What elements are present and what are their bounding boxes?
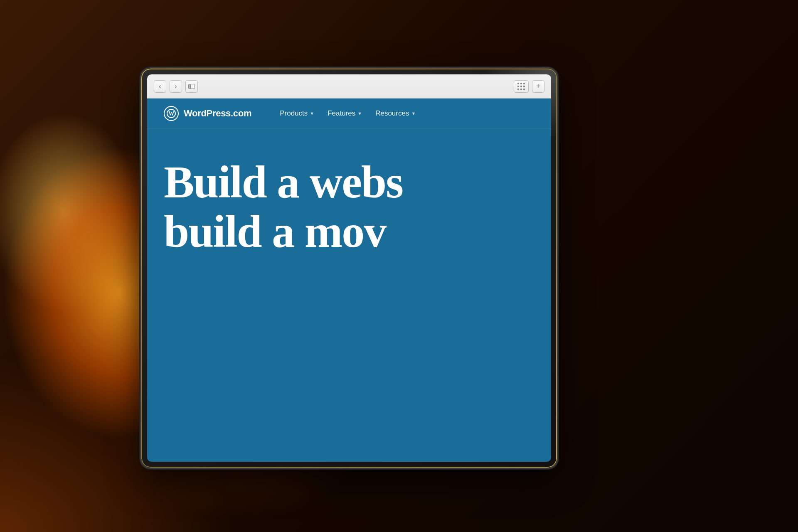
sidebar-icon bbox=[188, 84, 195, 89]
browser-back-button[interactable]: ‹ bbox=[154, 80, 166, 93]
screen-bezel: ‹ › bbox=[147, 74, 551, 462]
website-content: W WordPress.com Products ▼ Features ▼ bbox=[147, 99, 551, 462]
wp-navbar: W WordPress.com Products ▼ Features ▼ bbox=[147, 99, 551, 128]
wordpress-logo-icon: W bbox=[164, 106, 179, 121]
nav-products-label: Products bbox=[280, 109, 308, 118]
nav-features[interactable]: Features ▼ bbox=[323, 106, 367, 121]
nav-products[interactable]: Products ▼ bbox=[275, 106, 319, 121]
nav-resources-arrow: ▼ bbox=[411, 111, 416, 116]
nav-features-arrow: ▼ bbox=[357, 111, 362, 116]
nav-products-arrow: ▼ bbox=[310, 111, 314, 116]
hero-text: Build a webs build a mov bbox=[164, 158, 534, 256]
wp-logo[interactable]: W WordPress.com bbox=[164, 106, 251, 121]
hero-line-1: Build a webs bbox=[164, 158, 534, 207]
nav-features-label: Features bbox=[328, 109, 355, 118]
browser-sidebar-button[interactable] bbox=[185, 80, 198, 93]
nav-resources-label: Resources bbox=[375, 109, 409, 118]
browser-grid-button[interactable] bbox=[514, 80, 529, 93]
device-frame: ‹ › bbox=[141, 69, 557, 468]
browser-chrome: ‹ › bbox=[147, 74, 551, 99]
nav-resources[interactable]: Resources ▼ bbox=[370, 106, 421, 121]
hero-line-2: build a mov bbox=[164, 207, 534, 256]
wp-hero-section: Build a webs build a mov bbox=[147, 128, 551, 256]
browser-new-tab-button[interactable]: + bbox=[532, 80, 544, 93]
svg-text:W: W bbox=[168, 111, 174, 117]
grid-dots-icon bbox=[517, 83, 525, 90]
wordpress-brand-name: WordPress.com bbox=[184, 108, 251, 119]
browser-forward-button[interactable]: › bbox=[170, 80, 182, 93]
wp-nav-links: Products ▼ Features ▼ Resources ▼ bbox=[275, 106, 421, 121]
